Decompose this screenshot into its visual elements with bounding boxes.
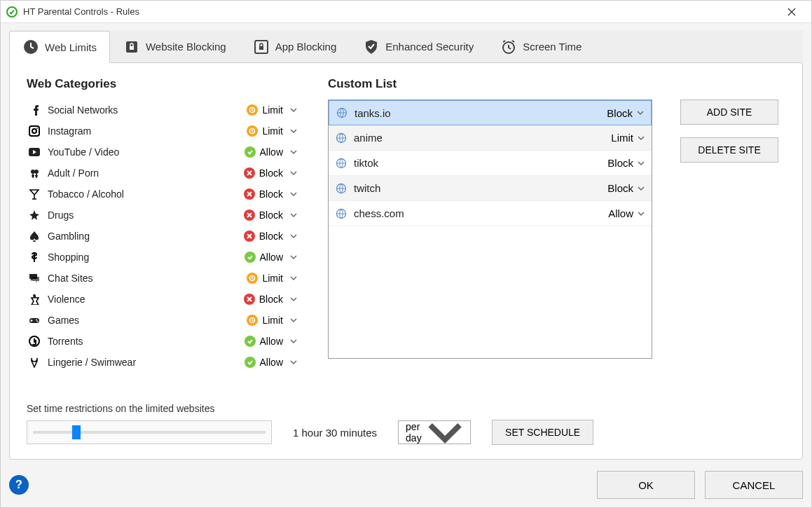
category-label: Drugs bbox=[42, 210, 241, 221]
custom-action-select[interactable]: Block bbox=[603, 107, 644, 119]
tab-bar: Web LimitsWebsite BlockingApp BlockingEn… bbox=[9, 30, 803, 62]
custom-action-select[interactable]: Block bbox=[603, 182, 645, 194]
custom-list-row[interactable]: chess.comAllow bbox=[329, 201, 652, 226]
set-schedule-button[interactable]: SET SCHEDULE bbox=[492, 420, 593, 445]
time-restriction-section: Set time restrictions on the limited web… bbox=[27, 390, 785, 445]
custom-site-name: twitch bbox=[354, 182, 603, 194]
tab-panel-web-limits: Web Categories Social NetworksLimitInsta… bbox=[9, 62, 803, 460]
tab-website-blocking[interactable]: Website Blocking bbox=[110, 30, 240, 62]
custom-list-row[interactable]: animeLimit bbox=[329, 125, 652, 151]
app-logo-icon bbox=[6, 6, 18, 18]
category-row: ViolenceBlock bbox=[27, 289, 300, 310]
per-day-select[interactable]: per day bbox=[398, 420, 471, 444]
status-allow-icon bbox=[245, 146, 256, 158]
category-label: YouTube / Video bbox=[42, 146, 242, 158]
category-action-select[interactable]: Block bbox=[241, 292, 300, 306]
cancel-button[interactable]: CANCEL bbox=[705, 471, 803, 499]
custom-list-row[interactable]: tanks.ioBlock bbox=[329, 100, 652, 125]
category-label: Games bbox=[42, 315, 244, 326]
time-slider[interactable] bbox=[27, 420, 272, 444]
svg-point-16 bbox=[33, 294, 36, 297]
shield-icon bbox=[363, 39, 380, 55]
status-block-icon bbox=[244, 231, 255, 242]
globe-icon bbox=[336, 158, 347, 169]
category-label: Violence bbox=[42, 294, 241, 305]
tab-app-blocking[interactable]: App Blocking bbox=[240, 30, 350, 62]
status-limit-icon bbox=[247, 104, 258, 116]
category-row: Adult / PornBlock bbox=[27, 163, 300, 184]
tab-web-limits[interactable]: Web Limits bbox=[9, 31, 110, 63]
tab-enhanced-security[interactable]: Enhanced Security bbox=[350, 30, 487, 62]
chevron-down-icon bbox=[290, 170, 297, 177]
custom-list-row[interactable]: tiktokBlock bbox=[329, 151, 652, 176]
youtube-icon bbox=[27, 146, 42, 158]
custom-action-select[interactable]: Block bbox=[603, 157, 645, 169]
category-row: Chat SitesLimit bbox=[27, 268, 300, 289]
leaf-icon bbox=[27, 210, 42, 221]
chevron-down-icon bbox=[638, 210, 645, 217]
category-label: Tobacco / Alcohol bbox=[42, 188, 241, 200]
window-title: HT Parental Controls - Rules bbox=[23, 6, 139, 17]
custom-list-row[interactable]: twitchBlock bbox=[329, 176, 652, 201]
cocktail-icon bbox=[27, 188, 42, 200]
category-action-select[interactable]: Block bbox=[241, 166, 300, 180]
delete-site-button[interactable]: DELETE SITE bbox=[680, 137, 778, 163]
custom-list: tanks.ioBlockanimeLimittiktokBlocktwitch… bbox=[328, 99, 652, 359]
category-row: GamblingBlock bbox=[27, 226, 300, 247]
add-site-button[interactable]: ADD SITE bbox=[680, 99, 778, 125]
category-action-select[interactable]: Block bbox=[241, 208, 300, 222]
chevron-down-icon bbox=[637, 109, 644, 116]
close-button[interactable] bbox=[778, 1, 806, 22]
title-bar: HT Parental Controls - Rules bbox=[1, 1, 811, 23]
category-action-select[interactable]: Limit bbox=[244, 313, 300, 327]
category-action-select[interactable]: Limit bbox=[244, 103, 300, 117]
category-label: Shopping bbox=[42, 252, 242, 263]
globe-icon bbox=[336, 208, 347, 219]
custom-action-select[interactable]: Allow bbox=[604, 207, 645, 219]
custom-action-select[interactable]: Limit bbox=[607, 132, 645, 144]
status-block-icon bbox=[244, 188, 255, 200]
footer: ? OK CANCEL bbox=[9, 471, 803, 499]
chevron-down-icon bbox=[290, 107, 297, 114]
chevron-down-icon bbox=[290, 317, 297, 324]
category-row: DrugsBlock bbox=[27, 205, 300, 226]
category-row: YouTube / VideoAllow bbox=[27, 142, 300, 163]
instagram-icon bbox=[27, 125, 42, 137]
violence-icon bbox=[27, 294, 42, 305]
category-action-select[interactable]: Limit bbox=[244, 271, 300, 285]
category-action-select[interactable]: Allow bbox=[242, 145, 300, 159]
status-block-icon bbox=[244, 294, 255, 305]
category-label: Gambling bbox=[42, 231, 241, 242]
status-limit-icon bbox=[247, 273, 258, 284]
category-action-select[interactable]: Limit bbox=[244, 124, 300, 138]
chat-icon bbox=[27, 273, 42, 284]
category-action-select[interactable]: Block bbox=[241, 229, 300, 243]
chevron-down-icon bbox=[290, 254, 297, 261]
spade-icon bbox=[27, 231, 42, 242]
status-allow-icon bbox=[245, 357, 256, 368]
help-button[interactable]: ? bbox=[9, 475, 29, 495]
gamepad-icon bbox=[27, 315, 42, 326]
category-label: Adult / Porn bbox=[42, 167, 241, 179]
globe-icon bbox=[336, 183, 347, 194]
content: Web LimitsWebsite BlockingApp BlockingEn… bbox=[1, 23, 811, 507]
status-block-icon bbox=[244, 167, 255, 179]
lock-icon bbox=[123, 39, 140, 55]
custom-site-name: tanks.io bbox=[355, 107, 603, 119]
category-action-select[interactable]: Allow bbox=[242, 250, 300, 264]
chevron-down-icon bbox=[290, 296, 297, 303]
chevron-down-icon bbox=[638, 135, 645, 142]
category-action-select[interactable]: Allow bbox=[242, 334, 300, 348]
category-action-select[interactable]: Block bbox=[241, 187, 300, 201]
category-action-select[interactable]: Allow bbox=[242, 355, 300, 369]
time-value-text: 1 hour 30 minutes bbox=[293, 427, 377, 439]
category-label: Chat Sites bbox=[42, 273, 244, 284]
ok-button[interactable]: OK bbox=[597, 471, 695, 499]
category-label: Social Networks bbox=[42, 104, 244, 116]
chevron-down-icon bbox=[638, 160, 645, 167]
custom-site-name: tiktok bbox=[354, 157, 603, 169]
status-limit-icon bbox=[247, 125, 258, 137]
chevron-down-icon bbox=[290, 338, 297, 345]
tab-screen-time[interactable]: Screen Time bbox=[487, 30, 595, 62]
category-row: TorrentsAllow bbox=[27, 331, 300, 352]
